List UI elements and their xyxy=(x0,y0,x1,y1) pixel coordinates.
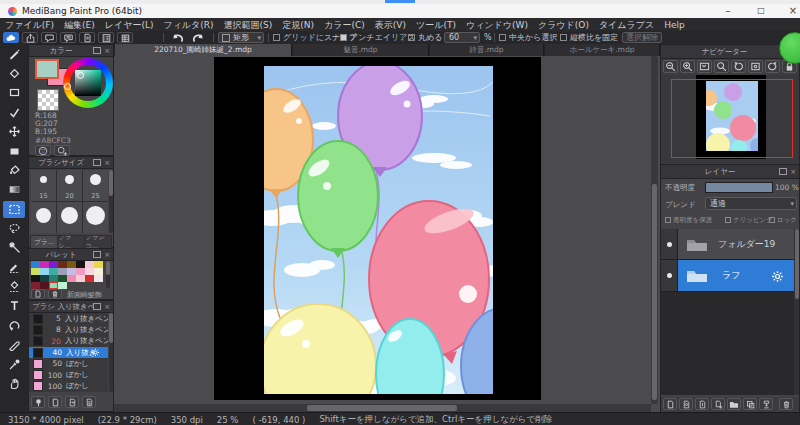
palette-color[interactable] xyxy=(85,268,94,275)
select-tool[interactable] xyxy=(3,201,25,218)
new-1bit-layer-button[interactable] xyxy=(695,398,709,410)
palette-color[interactable] xyxy=(85,275,94,282)
fill-shape-tool[interactable] xyxy=(3,143,25,160)
brush-item[interactable]: 5入り抜きペン xyxy=(29,313,108,324)
palette-color[interactable] xyxy=(76,282,85,289)
zoom-out-button[interactable] xyxy=(663,60,678,73)
shape-tool[interactable] xyxy=(3,84,25,101)
comment-button[interactable] xyxy=(41,32,57,43)
palette-color[interactable] xyxy=(67,261,76,268)
brush-size-cell[interactable] xyxy=(31,202,56,233)
palette-color[interactable] xyxy=(31,275,40,282)
palette-color[interactable] xyxy=(76,268,85,275)
palette-color[interactable] xyxy=(58,261,67,268)
rotate-cw-button[interactable] xyxy=(765,60,780,73)
delete-layer-button[interactable] xyxy=(779,398,793,410)
round-corner-checkbox[interactable] xyxy=(408,34,415,41)
eyedropper-tool[interactable] xyxy=(3,356,25,373)
brush-size-tab-3[interactable]: ブラシコ… xyxy=(84,235,112,249)
menu-edit[interactable]: 編集(E) xyxy=(59,18,100,32)
round-value-dropdown[interactable]: 60 ▾ xyxy=(444,32,480,43)
gradient-tool[interactable] xyxy=(3,181,25,198)
divide-tool[interactable] xyxy=(3,336,25,353)
reset-rotate-button[interactable] xyxy=(748,60,763,73)
menu-help[interactable]: Help xyxy=(659,18,690,32)
close-button[interactable]: × xyxy=(786,4,800,18)
fit-window-button[interactable] xyxy=(697,60,712,73)
zoom-in-button[interactable] xyxy=(680,60,695,73)
redo-button[interactable] xyxy=(190,32,208,43)
transfer-layer-button[interactable] xyxy=(759,398,773,410)
palette-color[interactable] xyxy=(67,268,76,275)
palette-new-button[interactable] xyxy=(31,289,45,299)
layer-visibility-toggle[interactable] xyxy=(661,229,678,259)
brush-item[interactable]: 100ぼかし xyxy=(29,369,108,380)
from-center-checkbox[interactable] xyxy=(499,34,506,41)
layer-row-rough[interactable]: ラフ xyxy=(661,260,794,292)
cloud-button[interactable] xyxy=(3,32,19,43)
palette-color[interactable] xyxy=(94,275,103,282)
table-button[interactable] xyxy=(117,32,133,43)
brush-item[interactable]: 20入り抜きペン xyxy=(29,336,108,347)
text-tool[interactable] xyxy=(3,297,25,314)
operation-tool[interactable] xyxy=(3,317,25,334)
maximize-button[interactable]: □ xyxy=(753,4,769,18)
brush-size-cell[interactable]: 15 xyxy=(31,170,56,201)
brush-size-cell[interactable]: 25 xyxy=(83,170,108,201)
palette-color[interactable] xyxy=(94,268,103,275)
palette-dialog-button[interactable] xyxy=(35,145,51,156)
layer-visibility-toggle[interactable] xyxy=(661,260,678,291)
palette-color[interactable] xyxy=(40,261,49,268)
palette-color[interactable] xyxy=(67,282,76,289)
brush-size-scrollbar[interactable] xyxy=(109,170,113,233)
palette-color[interactable] xyxy=(94,282,103,289)
zoom-reset-button[interactable] xyxy=(714,60,729,73)
opacity-slider[interactable] xyxy=(705,182,773,193)
new-layer-button[interactable] xyxy=(663,398,677,410)
selection-shape-dropdown[interactable]: 矩形 ▾ xyxy=(218,32,264,43)
menu-cloud[interactable]: クラウド(O) xyxy=(533,18,594,32)
brush-size-cell[interactable] xyxy=(83,202,108,233)
lasso-tool[interactable] xyxy=(3,220,25,237)
menu-select[interactable]: 選択範囲(S) xyxy=(219,18,278,32)
navigator-preview[interactable] xyxy=(661,75,799,164)
menu-filter[interactable]: フィルタ(R) xyxy=(158,18,218,32)
brush-item[interactable]: 100ぼかし xyxy=(29,381,108,392)
palette-color[interactable] xyxy=(49,268,58,275)
select-pen-tool[interactable] xyxy=(3,259,25,276)
palette-color[interactable] xyxy=(58,268,67,275)
merge-layer-button[interactable] xyxy=(743,398,757,410)
minimize-button[interactable]: – xyxy=(720,4,736,18)
checklist-button[interactable] xyxy=(98,32,114,43)
menu-file[interactable]: ファイル(F) xyxy=(0,18,59,32)
select-pen-check-tool[interactable] xyxy=(3,104,25,121)
brush-duplicate-button[interactable] xyxy=(65,396,79,408)
scrollbar-thumb[interactable] xyxy=(109,170,113,196)
scrollbar-thumb[interactable] xyxy=(307,405,457,411)
protect-alpha-checkbox[interactable] xyxy=(665,217,671,223)
popout-icon[interactable] xyxy=(93,303,101,310)
palette-color[interactable] xyxy=(31,282,40,289)
annotation-button[interactable] xyxy=(60,32,76,43)
menu-timelapse[interactable]: タイムラプス xyxy=(594,18,659,32)
palette-color[interactable] xyxy=(58,275,67,282)
palette-add-button[interactable] xyxy=(54,145,70,156)
move-tool[interactable] xyxy=(3,123,25,140)
document-canvas[interactable] xyxy=(214,57,541,400)
scrollbar-thumb[interactable] xyxy=(652,184,657,400)
palette-color[interactable] xyxy=(40,268,49,275)
undo-button[interactable] xyxy=(168,32,186,43)
palette-color[interactable] xyxy=(76,275,85,282)
close-icon[interactable]: × xyxy=(104,47,110,55)
palette-scrollbar[interactable] xyxy=(106,261,110,288)
brush-size-cell[interactable]: 20 xyxy=(57,170,82,201)
brush-add-button[interactable] xyxy=(31,396,45,408)
popout-icon[interactable] xyxy=(779,168,787,175)
lock-checkbox[interactable] xyxy=(769,217,775,223)
scrollbar-thumb[interactable] xyxy=(795,229,799,299)
palette-color[interactable] xyxy=(76,261,85,268)
clipping-checkbox[interactable] xyxy=(725,217,731,223)
close-icon[interactable]: × xyxy=(790,168,796,176)
palette-color[interactable] xyxy=(31,268,40,275)
layer-row-folder19[interactable]: フォルダー19 xyxy=(661,229,794,260)
